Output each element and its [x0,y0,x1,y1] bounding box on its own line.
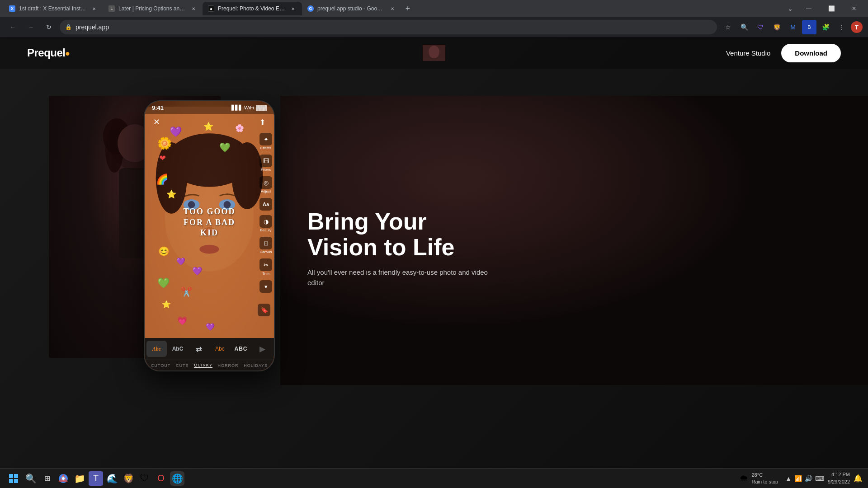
notifications-button[interactable]: 🔔 [854,474,863,483]
chrome-active-taskbar-icon[interactable]: 🌐 [170,471,184,486]
canvas-button[interactable]: ⊡ Canvas [259,237,272,254]
text-tab-caps[interactable]: ABC [231,341,251,357]
teams-taskbar-icon[interactable]: T [89,471,103,486]
text-tab-script[interactable]: Abc [146,341,167,357]
sticker-rainbow: 🌈 [156,174,168,185]
minimize-button[interactable]: — [798,0,819,17]
filter-quirky[interactable]: QUIRKY [194,363,212,368]
tab-2-close[interactable]: ✕ [190,5,197,12]
beauty-button[interactable]: ◑ Beauty [259,215,272,232]
brave-taskbar-icon[interactable]: 🦁 [121,471,136,486]
website-content: Prequel• Venture Studio Download [0,37,868,488]
new-tab-button[interactable]: + [401,2,414,15]
nav-thumbnail [423,45,445,61]
edge-taskbar-icon[interactable]: 🌊 [105,471,119,486]
tab-search-button[interactable]: ⌄ [784,2,797,15]
extension-brave[interactable]: 🦁 [769,20,784,34]
svg-point-27 [231,142,263,209]
bookmark-button[interactable]: 🔖 [258,304,270,316]
tab-4-close[interactable]: ✕ [389,5,396,12]
back-button[interactable]: ← [5,20,20,34]
tab-1-favicon: X [9,5,15,12]
chrome-taskbar-icon[interactable] [56,471,71,486]
tab-3-favicon: ● [208,5,214,12]
phone-status-icons: ▋▋▋ WiFi ▓▓▓ [231,105,267,111]
network-icon[interactable]: 📶 [794,475,802,482]
sticker-pink-heart: 💗 [177,316,187,326]
svg-rect-31 [14,479,18,483]
canvas-label: Canvas [259,250,272,254]
download-button[interactable]: Download [781,44,841,62]
profile-button[interactable]: T [851,21,863,33]
tab-3-label: Prequel: Photo & Video Editor [218,5,286,12]
nav-thumbnail-img [423,45,445,61]
opera-taskbar-icon[interactable]: O [154,471,168,486]
phone-close-button[interactable]: ✕ [150,116,163,128]
weather-widget[interactable]: 🌧 28°C Rain to stop [739,472,778,485]
extension-more[interactable]: ⋮ [835,20,849,34]
toolbar-icons: ☆ 🔍 🛡 🦁 M B 🧩 ⋮ T [721,20,863,34]
text-tab-serif[interactable]: AbC [168,341,188,357]
maximize-button[interactable]: ⬜ [821,0,842,17]
extension-blue[interactable]: B [802,20,816,34]
forward-button[interactable]: → [24,20,38,34]
filter-horror[interactable]: HORROR [217,363,238,368]
filters-button[interactable]: 🎞 Filters [259,155,272,172]
extension-puzzle[interactable]: 🧩 [818,20,833,34]
wifi-icon: WiFi [244,105,254,110]
filter-holidays[interactable]: HOLIDAYS [244,363,268,368]
search-taskbar-button[interactable]: 🔍 [24,471,38,486]
sticker-heart-green: 💚 [219,142,231,153]
filter-cutout[interactable]: CUTOUT [151,363,170,368]
volume-icon[interactable]: 🔊 [805,475,812,482]
text-button[interactable]: Aa [259,198,272,211]
taskbar-clock[interactable]: 4:12 PM 9/29/2022 [828,471,850,485]
adjust-button[interactable]: ◎ Adjust [259,176,272,193]
tab-1-close[interactable]: ✕ [90,5,98,12]
hero-text-block: Bring YourVision to Life All you'll ever… [307,209,497,288]
logo-dot: • [66,47,70,61]
tab-bar: X 1st draft : X Essential Instagram ... … [0,0,868,17]
more-button[interactable]: ▾ [259,280,272,293]
extension-kaspersky[interactable]: 🛡 [753,20,768,34]
text-style-tabs: Abc AbC ⇄ Abc ABC ▶ [145,338,274,360]
tab-2-favicon: L [108,5,115,12]
keyboard-icon[interactable]: ⌨ [815,475,824,482]
malwarebytes-taskbar-icon[interactable]: 🛡 [137,471,152,486]
bookmark-star-button[interactable]: ☆ [721,20,735,34]
text-tab-adjust[interactable]: ⇄ [189,341,209,357]
venture-studio-link[interactable]: Venture Studio [726,49,770,57]
tab-1[interactable]: X 1st draft : X Essential Instagram ... … [4,2,103,15]
text-tab-extra[interactable]: ▶ [252,341,272,357]
tab-2[interactable]: L Later | Pricing Options and Subs... ✕ [103,2,203,15]
start-button[interactable] [5,470,22,487]
trim-button[interactable]: ✂ Trim [259,258,272,276]
url-bar[interactable]: 🔒 prequel.app [60,20,717,34]
logo-text: Prequel [27,47,66,59]
weather-info: 28°C Rain to stop [752,472,778,485]
url-text: prequel.app [75,23,109,31]
hero-title: Bring YourVision to Life [307,209,497,260]
tab-4[interactable]: G prequel.app studio - Google Sea... ✕ [302,2,401,15]
phone-status-bar: 9:41 ▋▋▋ WiFi ▓▓▓ [145,101,274,114]
tab-3-active[interactable]: ● Prequel: Photo & Video Editor ✕ [203,2,302,15]
file-explorer-taskbar-icon[interactable]: 📁 [72,471,87,486]
task-view-button[interactable]: ⊞ [40,471,54,486]
trim-icon: ✂ [259,258,272,271]
effects-button[interactable]: ✦ Effects [259,133,272,150]
lock-icon: 🔒 [65,24,72,30]
tray-up-arrow[interactable]: ▲ [785,475,792,482]
system-tray: ▲ 📶 🔊 ⌨ [785,475,824,482]
tab-3-close[interactable]: ✕ [289,5,297,12]
site-logo: Prequel• [27,47,70,59]
phone-share-button[interactable]: ⬆ [256,116,269,128]
extension-google[interactable]: M [786,20,800,34]
close-window-button[interactable]: ✕ [844,0,864,17]
filter-cute[interactable]: CUTE [176,363,189,368]
window-controls: ⌄ — ⬜ ✕ [784,0,864,17]
svg-rect-28 [9,474,13,478]
browser-tab-search[interactable]: 🔍 [737,20,751,34]
reload-button[interactable]: ↻ [42,20,56,34]
text-tab-sans[interactable]: Abc [210,341,230,357]
sticker-emoji-scissors: ✂️ [181,286,192,297]
